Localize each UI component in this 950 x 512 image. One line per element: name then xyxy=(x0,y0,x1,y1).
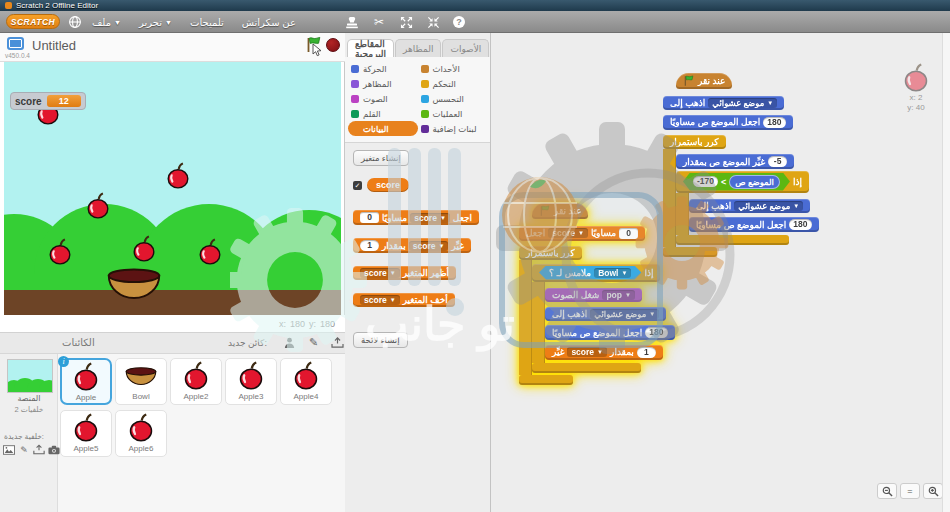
block-text[interactable]: بمقدار xyxy=(382,241,406,251)
script-stack-1[interactable]: عند نقراذهب إلىموضع عشوائي▼اجعل الموضع ص… xyxy=(663,73,819,257)
menu-item-2[interactable]: تلميحات xyxy=(190,17,224,28)
c-block-label[interactable]: كرر باستمرار xyxy=(519,246,582,260)
block-text[interactable]: عند نقر xyxy=(698,76,725,86)
stack-block[interactable]: اجعلscore▼مساويًا0 xyxy=(519,226,645,241)
category-2[interactable]: المظاهر xyxy=(348,76,418,91)
stage-apple-sprite[interactable] xyxy=(196,238,224,266)
upload-sprite-icon[interactable] xyxy=(330,336,345,349)
block-text[interactable]: أظهر المتغير xyxy=(403,268,449,278)
stack-block[interactable]: اذهب إلىموضع عشوائي▼ xyxy=(663,96,784,110)
block-input[interactable]: -170 xyxy=(693,176,718,187)
score-variable-display[interactable]: score 12 xyxy=(10,92,86,110)
block-dropdown[interactable]: Bowl▼ xyxy=(594,268,631,278)
sprite-tile-Apple3[interactable]: Apple3 xyxy=(225,358,277,405)
block-dropdown[interactable]: score▼ xyxy=(409,241,449,251)
hat-block[interactable]: عند نقر xyxy=(676,73,732,89)
stack-block[interactable]: شغل الصوتpop▼ xyxy=(545,288,642,302)
stack-block[interactable]: اجعل الموضع ص مساويًا180 xyxy=(545,325,675,340)
stack-block[interactable]: score▼أظهر المتغير xyxy=(353,266,456,280)
block-input[interactable]: 180 xyxy=(645,327,667,338)
category-3[interactable]: التحكم xyxy=(418,76,488,91)
sprite-library-icon[interactable] xyxy=(282,336,297,349)
block-text[interactable]: اجعل الموضع ص مساويًا xyxy=(670,117,760,127)
upload-backdrop-icon[interactable] xyxy=(33,444,45,455)
stage-bowl-sprite[interactable] xyxy=(103,267,165,300)
window-titlebar[interactable]: Scratch 2 Offline Editor xyxy=(0,0,950,11)
block-input[interactable]: 0 xyxy=(619,228,638,239)
backdrop-library-icon[interactable] xyxy=(3,444,15,455)
sprite-info-icon[interactable]: i xyxy=(58,356,69,367)
block-text[interactable]: شغل الصوت xyxy=(552,290,599,300)
block-help-icon[interactable]: ? xyxy=(453,16,465,28)
block-text[interactable]: مساويًا xyxy=(382,213,407,223)
hat-block[interactable]: عند نقر xyxy=(532,203,588,219)
stack-block[interactable]: اجعل الموضع ص مساويًا180 xyxy=(663,115,793,130)
variable-reporter[interactable]: score xyxy=(367,178,409,192)
block-text[interactable]: غيِّر xyxy=(552,347,564,357)
stack-block[interactable]: 0مساويًاscore▼اجعل xyxy=(353,210,479,225)
block-text[interactable]: اجعل xyxy=(453,213,472,223)
block-text[interactable]: مساويًا xyxy=(591,228,616,238)
block-text[interactable]: إذا xyxy=(644,268,653,278)
stage-selector[interactable]: المنصة خلفيات 2 خلفية جديدة: ✎ xyxy=(0,354,58,512)
category-6[interactable]: القلم xyxy=(348,106,418,121)
stack-block[interactable]: اذهب إلىموضع عشوائي▼ xyxy=(545,307,666,321)
c-block-label[interactable]: كرر باستمرار xyxy=(663,135,726,149)
scripts-scrollbar[interactable] xyxy=(942,33,950,512)
paint-backdrop-icon[interactable]: ✎ xyxy=(18,444,30,455)
c-block[interactable]: كرر باستمرارغيِّر الموضع ص بمقدار-5-170>… xyxy=(663,131,819,258)
fullscreen-icon[interactable] xyxy=(7,37,24,50)
stage-apple-sprite[interactable] xyxy=(84,192,112,220)
category-9[interactable]: لبنات إضافية xyxy=(418,121,488,136)
stack-block[interactable]: غيِّر الموضع ص بمقدار-5 xyxy=(676,154,794,169)
block-input[interactable]: 0 xyxy=(360,212,379,223)
block-dropdown[interactable]: score▼ xyxy=(360,295,400,305)
stage-apple-sprite[interactable] xyxy=(164,162,192,190)
sprite-tile-Apple[interactable]: i Apple xyxy=(60,358,112,405)
tab-2[interactable]: الأصوات xyxy=(442,39,489,58)
menu-item-1[interactable]: تحرير▼ xyxy=(139,17,172,28)
category-4[interactable]: الصوت xyxy=(348,91,418,106)
c-block[interactable]: كرر باستمرار؟ملامس لـBowl▼إذاشغل الصوتpo… xyxy=(519,242,675,385)
block-dropdown[interactable]: score▼ xyxy=(567,347,607,357)
c-block[interactable]: ؟ملامس لـBowl▼إذاشغل الصوتpop▼اذهب إلىمو… xyxy=(532,262,675,373)
stack-block[interactable]: غيِّرscore▼بمقدار1 xyxy=(545,345,663,360)
block-input[interactable]: 1 xyxy=(637,347,656,358)
stage-apple-sprite[interactable] xyxy=(46,238,74,266)
stage-apple-sprite[interactable] xyxy=(130,235,158,263)
block-text[interactable]: اجعل xyxy=(526,228,545,238)
scripts-area[interactable]: x: 2 y: 40 عند نقراجعلscore▼مساويًا0كرر … xyxy=(491,33,950,512)
shrink-icon[interactable] xyxy=(426,15,440,29)
make-variable-button[interactable]: إنشاء متغير xyxy=(353,150,409,166)
block-input[interactable]: 180 xyxy=(789,219,811,230)
block-text[interactable]: غيِّر xyxy=(451,241,463,251)
block-text[interactable]: غيِّر الموضع ص بمقدار xyxy=(683,157,765,167)
tab-0[interactable]: المقاطع البرمجية xyxy=(347,39,394,58)
grow-icon[interactable] xyxy=(399,15,413,29)
menu-item-0[interactable]: ملف▼ xyxy=(92,17,121,28)
variable-checkbox[interactable]: ✓ xyxy=(353,181,362,190)
block-input[interactable]: 1 xyxy=(360,240,379,251)
c-block-label[interactable]: ؟ملامس لـBowl▼إذا xyxy=(532,264,660,282)
camera-backdrop-icon[interactable] xyxy=(48,444,60,455)
block-dropdown[interactable]: موضع عشوائي▼ xyxy=(734,201,803,211)
sprite-tile-Bowl[interactable]: Bowl xyxy=(115,358,167,405)
delete-scissors-icon[interactable]: ✂ xyxy=(372,15,386,29)
block-text[interactable]: عند نقر xyxy=(554,206,581,216)
block-text[interactable]: > xyxy=(721,177,726,187)
stage-thumbnail[interactable] xyxy=(7,359,53,393)
menu-item-3[interactable]: عن سكراتش xyxy=(242,17,296,28)
block-text[interactable]: اجعل الموضع ص مساويًا xyxy=(696,220,786,230)
block-text[interactable]: اجعل الموضع ص مساويًا xyxy=(552,328,642,338)
block-dropdown[interactable]: pop▼ xyxy=(602,290,635,300)
stack-block[interactable]: اجعل الموضع ص مساويًا180 xyxy=(689,217,819,232)
block-input[interactable]: -5 xyxy=(768,156,787,167)
zoom-out-button[interactable] xyxy=(877,483,897,499)
sprite-tile-Apple4[interactable]: Apple4 xyxy=(280,358,332,405)
zoom-reset-button[interactable]: = xyxy=(900,483,920,499)
c-block[interactable]: -170>الموضع صإذااذهب إلىموضع عشوائي▼اجعل… xyxy=(676,170,819,245)
c-block-label[interactable]: -170>الموضع صإذا xyxy=(676,171,809,193)
block-dropdown[interactable]: موضع عشوائي▼ xyxy=(590,309,659,319)
category-7[interactable]: العمليات xyxy=(418,106,488,121)
block-dropdown[interactable]: score▼ xyxy=(410,213,450,223)
